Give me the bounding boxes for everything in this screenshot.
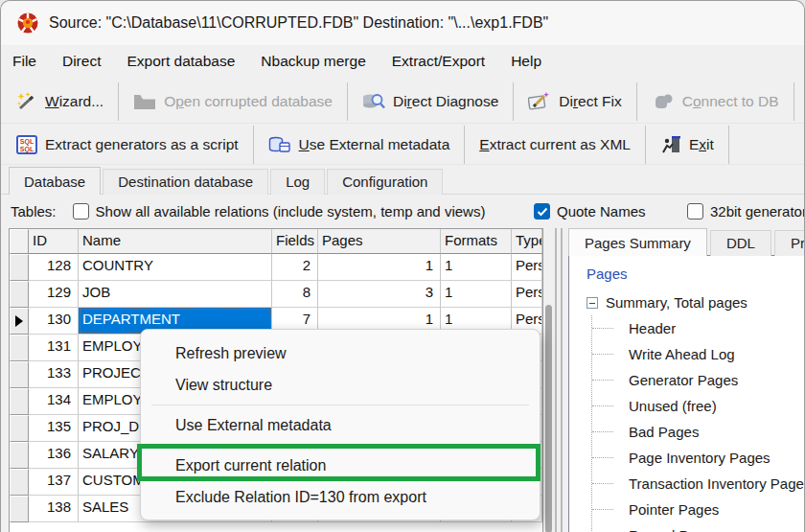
toolbar-separator	[728, 126, 729, 164]
external-metadata-icon	[268, 135, 291, 154]
window-title: Source: "C:\Database\11\CORRUPTED.FDB" D…	[49, 14, 548, 32]
plug-icon	[652, 92, 675, 111]
context-menu-use-external-metadata[interactable]: Use External metadata	[141, 409, 540, 441]
menu-separator	[151, 445, 529, 446]
direct-diagnose-button[interactable]: Direct Diagnose	[353, 83, 508, 120]
tree-item-header[interactable]: Header	[592, 315, 805, 341]
tab-pages-summary[interactable]: Pages Summary	[568, 228, 707, 256]
toolbar-separator	[253, 126, 254, 164]
col-header-pages[interactable]: Pages	[318, 229, 441, 254]
pages-summary-tree[interactable]: Pages Summary, Total pages Header Write …	[568, 255, 805, 532]
row-gutter	[10, 361, 29, 388]
tree-item-write-ahead-log[interactable]: Write Ahead Log	[592, 341, 805, 367]
row-gutter	[10, 308, 29, 335]
grid-header-row: ID Name Fields Pages Formats Type	[10, 229, 542, 254]
scrollbar-thumb[interactable]	[545, 305, 552, 532]
quote-names-checkbox[interactable]	[534, 203, 550, 220]
quote-names-label: Quote Names	[557, 203, 646, 220]
toolbar-secondary: SQLSQL Extract generators as a script Us…	[1, 125, 804, 165]
filter-row: Tables: Show all available relations (in…	[1, 197, 804, 226]
menu-direct[interactable]: Direct	[62, 53, 101, 70]
panel-splitter[interactable]	[555, 228, 563, 532]
tab-log[interactable]: Log	[270, 169, 325, 195]
row-gutter	[10, 388, 29, 415]
table-row[interactable]: 129 JOB 8 3 1 Persistent	[10, 281, 542, 308]
menu-extract-export[interactable]: Extract/Export	[392, 53, 485, 70]
toolbar-separator	[636, 82, 637, 121]
tab-preview[interactable]: Preview	[774, 230, 805, 256]
tab-database[interactable]: Database	[9, 167, 101, 195]
menu-bar: File Direct Export database Nbackup merg…	[1, 45, 804, 78]
tab-ddl[interactable]: DDL	[710, 230, 771, 256]
row-gutter	[10, 442, 29, 469]
app-logo-icon	[16, 12, 39, 35]
tree-item-pointer-pages[interactable]: Pointer Pages	[592, 497, 805, 522]
row-gutter	[10, 335, 29, 361]
row-gutter	[10, 469, 29, 496]
col-header-id[interactable]: ID	[29, 229, 79, 254]
sql-script-icon: SQLSQL	[16, 135, 37, 154]
context-menu-view-structure[interactable]: View structure	[141, 369, 540, 401]
diagnose-magnifier-icon	[362, 91, 385, 112]
toolbar-separator	[464, 126, 465, 164]
folder-icon	[133, 92, 156, 111]
tree-root-pages[interactable]: Pages	[586, 264, 805, 289]
show-all-relations-group: Tables: Show all available relations (in…	[11, 197, 485, 226]
tree-item-bad-pages[interactable]: Bad Pages	[592, 419, 805, 445]
exit-button[interactable]: Exit	[651, 127, 724, 163]
table-row[interactable]: 128 COUNTRY 2 1 1 Persistent	[10, 254, 542, 281]
main-tab-bar: Database Destination database Log Config…	[9, 166, 445, 195]
menu-help[interactable]: Help	[511, 53, 541, 70]
row-gutter	[10, 254, 29, 281]
toolbar-separator	[513, 82, 514, 121]
context-menu-export-current-relation[interactable]: Export current relation	[141, 450, 540, 481]
app-window: Source: "C:\Database\11\CORRUPTED.FDB" D…	[0, 0, 805, 532]
exit-door-icon	[660, 135, 681, 154]
menu-export-database[interactable]: Export database	[126, 53, 235, 70]
use-external-metadata-button[interactable]: Use External metadata	[259, 127, 460, 163]
open-corrupted-database-button[interactable]: Open corrupted database	[124, 83, 342, 120]
wizard-button[interactable]: Wizard...	[7, 83, 113, 120]
menu-file[interactable]: File	[12, 53, 36, 70]
col-header-name[interactable]: Name	[79, 229, 272, 254]
toolbar-main: Wizard... Open corrupted database	[1, 80, 804, 124]
tree-item-record-pages[interactable]: Record Pages	[592, 522, 805, 532]
context-menu-exclude-relation[interactable]: Exclude Relation ID=130 from export	[141, 481, 540, 513]
show-all-relations-checkbox[interactable]	[73, 203, 89, 220]
bit32-generators-group: 32bit generators	[687, 197, 805, 226]
direct-fix-button[interactable]: Direct Fix	[518, 83, 631, 120]
tab-configuration[interactable]: Configuration	[327, 169, 443, 195]
collapse-minus-icon[interactable]	[586, 297, 598, 309]
tab-destination-database[interactable]: Destination database	[103, 169, 268, 195]
extract-generators-button[interactable]: SQLSQL Extract generators as a script	[7, 127, 248, 163]
quote-names-group: Quote Names	[534, 197, 646, 226]
tree-item-transaction-inventory[interactable]: Transaction Inventory Pages	[592, 471, 805, 497]
toolbar-separator	[347, 82, 348, 121]
current-row-marker-icon	[15, 315, 23, 327]
bit32-generators-label: 32bit generators	[710, 203, 805, 220]
tree-item-unused-free[interactable]: Unused (free)	[592, 393, 805, 419]
row-gutter	[10, 415, 29, 442]
tables-label: Tables:	[11, 203, 57, 220]
grid-corner-cell	[10, 229, 29, 254]
right-panel-tab-bar: Pages Summary DDL Preview	[568, 229, 805, 256]
title-bar: Source: "C:\Database\11\CORRUPTED.FDB" D…	[1, 1, 804, 45]
tree-branch-summary[interactable]: Summary, Total pages	[586, 289, 805, 315]
connect-to-db-button[interactable]: Connect to DB	[642, 83, 789, 120]
toolbar-separator	[118, 82, 119, 121]
tree-item-page-inventory[interactable]: Page Inventory Pages	[592, 445, 805, 471]
menu-nbackup-merge[interactable]: Nbackup merge	[261, 53, 365, 70]
row-gutter	[10, 496, 29, 522]
tree-item-generator-pages[interactable]: Generator Pages	[592, 367, 805, 393]
col-header-formats[interactable]: Formats	[441, 229, 512, 254]
pencil-fix-icon	[528, 91, 551, 112]
grid-vertical-scrollbar[interactable]	[544, 228, 553, 532]
toolbar-separator	[794, 82, 794, 121]
show-all-relations-label: Show all available relations (include sy…	[96, 203, 486, 220]
extract-current-as-xml-button[interactable]: Extract current as XML	[470, 127, 640, 163]
col-header-fields[interactable]: Fields	[272, 229, 318, 254]
context-menu-refresh-preview[interactable]: Refresh preview	[141, 337, 540, 369]
tree-children: Header Write Ahead Log Generator Pages U…	[591, 315, 805, 532]
col-header-type[interactable]: Type	[512, 229, 542, 254]
bit32-generators-checkbox[interactable]	[687, 203, 703, 220]
